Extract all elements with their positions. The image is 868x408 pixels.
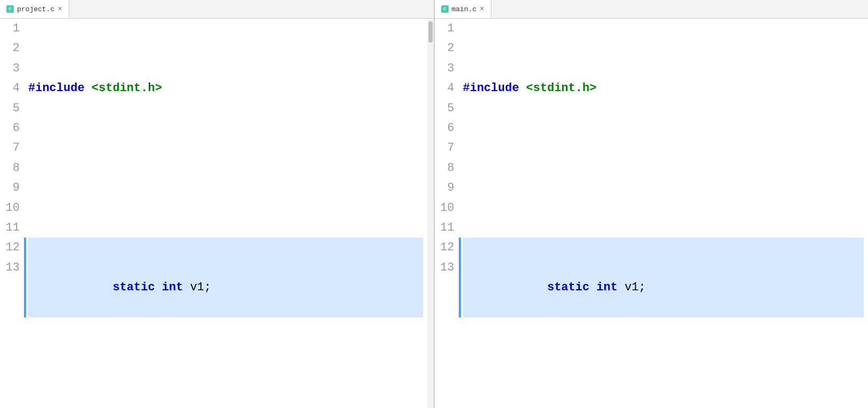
line-num: 2 — [4, 38, 20, 58]
left-code-lines: #include <stdint.h> static int v1; int f… — [24, 19, 427, 408]
line-num: 2 — [439, 38, 455, 58]
code-line-2 — [28, 158, 423, 178]
left-tab-label: project.c — [17, 5, 54, 13]
line-num: 8 — [4, 158, 20, 178]
right-tab-label: main.c — [452, 5, 477, 13]
line-num: 6 — [439, 118, 455, 138]
left-tab-icon: c — [6, 5, 14, 13]
right-editor-content[interactable]: 1 2 3 4 5 6 7 8 9 10 11 12 13 #include <… — [435, 19, 869, 408]
line-num: 6 — [4, 118, 20, 138]
line-num: 9 — [439, 178, 455, 198]
right-tab[interactable]: c main.c × — [435, 0, 491, 18]
line-num: 8 — [439, 158, 455, 178]
code-line-3: static int v1; — [28, 238, 423, 317]
line-num: 10 — [439, 198, 455, 218]
line-num: 10 — [4, 198, 20, 218]
code-line-2 — [463, 158, 864, 178]
line-num: 3 — [4, 59, 20, 78]
left-scrollbar[interactable] — [427, 19, 434, 408]
right-code-area: 1 2 3 4 5 6 7 8 9 10 11 12 13 #include <… — [435, 19, 869, 408]
line-num: 12 — [4, 238, 20, 257]
left-code-area: 1 2 3 4 5 6 7 8 9 10 11 12 13 #include <… — [0, 19, 434, 408]
right-tab-close[interactable]: × — [480, 5, 484, 13]
left-tab-close[interactable]: × — [58, 5, 62, 13]
right-line-numbers: 1 2 3 4 5 6 7 8 9 10 11 12 13 — [435, 19, 459, 408]
left-scrollbar-thumb[interactable] — [428, 21, 433, 43]
left-tab-bar: c project.c × — [0, 0, 434, 19]
line-num: 11 — [4, 218, 20, 238]
left-tab[interactable]: c project.c × — [0, 0, 69, 18]
right-tab-bar: c main.c × — [435, 0, 869, 19]
line-num: 7 — [4, 138, 20, 158]
line-num: 13 — [4, 258, 20, 278]
code-line-4 — [463, 377, 864, 397]
line-num: 5 — [4, 99, 20, 118]
editors-container: c project.c × 1 2 3 4 5 6 7 8 9 10 11 — [0, 0, 868, 408]
line-num: 5 — [439, 99, 455, 118]
line-num: 1 — [439, 19, 455, 38]
line-num: 4 — [439, 78, 455, 98]
right-code-lines: #include <stdint.h> static int v1; int m… — [459, 19, 869, 408]
code-line-1: #include <stdint.h> — [463, 78, 864, 98]
left-line-numbers: 1 2 3 4 5 6 7 8 9 10 11 12 13 — [0, 19, 24, 408]
code-line-4 — [28, 377, 423, 397]
left-editor-content[interactable]: 1 2 3 4 5 6 7 8 9 10 11 12 13 #include <… — [0, 19, 434, 408]
line-num: 9 — [4, 178, 20, 198]
line-num: 11 — [439, 218, 455, 238]
line-num: 3 — [439, 59, 455, 78]
line-num: 12 — [439, 238, 455, 257]
right-tab-icon: c — [441, 5, 449, 13]
left-editor-pane: c project.c × 1 2 3 4 5 6 7 8 9 10 11 — [0, 0, 434, 408]
line-num: 4 — [4, 78, 20, 98]
code-line-3: static int v1; — [463, 238, 864, 317]
line-num: 13 — [439, 258, 455, 278]
code-line-1: #include <stdint.h> — [28, 78, 423, 98]
right-editor-pane: c main.c × 1 2 3 4 5 6 7 8 9 10 11 — [435, 0, 869, 408]
line-num: 7 — [439, 138, 455, 158]
line-num: 1 — [4, 19, 20, 38]
